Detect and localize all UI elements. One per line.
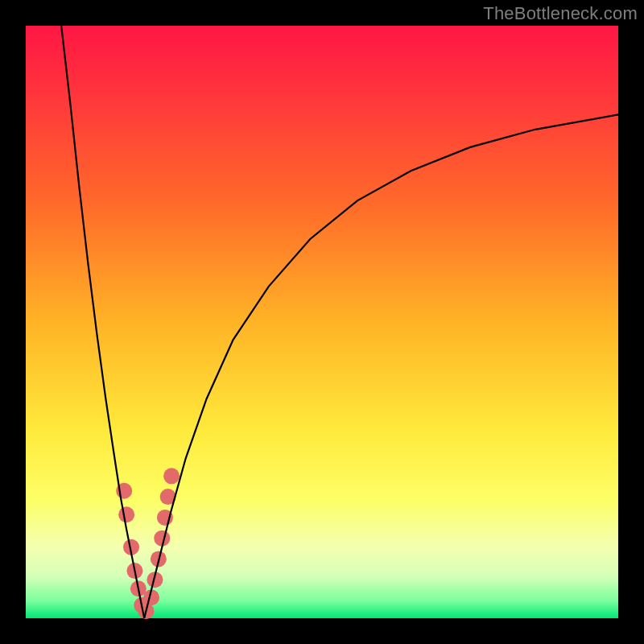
chart-svg [26, 26, 618, 618]
watermark-text: TheBottleneck.com [483, 3, 638, 24]
data-dot [118, 506, 134, 522]
chart-frame: TheBottleneck.com [0, 0, 644, 644]
gradient-background [26, 26, 618, 618]
data-dot [163, 468, 180, 484]
